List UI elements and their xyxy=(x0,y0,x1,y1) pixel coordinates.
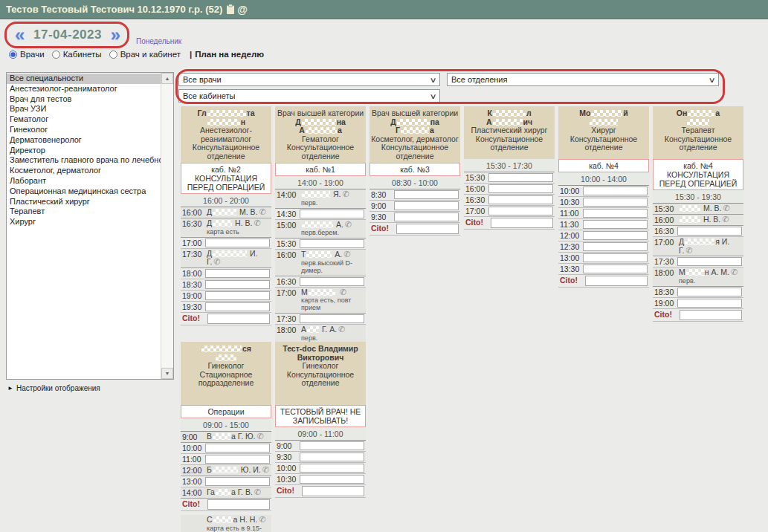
empty-slot[interactable] xyxy=(583,253,648,262)
empty-slot[interactable] xyxy=(394,213,459,221)
schedule-slot: 12:00 xyxy=(558,230,649,241)
appointment[interactable]: Дя И. Г.✆ xyxy=(677,237,743,256)
empty-slot[interactable] xyxy=(205,239,270,247)
empty-slot[interactable] xyxy=(488,207,553,215)
empty-slot[interactable] xyxy=(583,242,648,251)
slot-time: 17:30 xyxy=(181,249,205,259)
empty-slot[interactable] xyxy=(583,198,648,207)
specialty-item[interactable]: Косметолог, дерматолог xyxy=(7,166,161,176)
empty-slot[interactable] xyxy=(300,464,364,473)
empty-slot[interactable] xyxy=(396,224,459,234)
empty-slot[interactable] xyxy=(394,190,459,199)
specialty-item[interactable]: Заместитель главного врача по лечебной р… xyxy=(7,155,161,166)
departments-select[interactable]: Все отделения ∨ xyxy=(447,73,719,86)
appointment[interactable]: Гаа Г. В.✆ xyxy=(205,487,271,498)
specialty-item[interactable]: Терапевт xyxy=(7,207,161,217)
empty-slot[interactable] xyxy=(583,265,648,273)
clipboard-icon[interactable] xyxy=(226,4,235,15)
empty-slot[interactable] xyxy=(300,239,364,248)
specialty-item[interactable]: Хирург xyxy=(7,217,161,227)
empty-slot[interactable] xyxy=(300,314,364,323)
specialty-item[interactable]: Врач для тестов xyxy=(7,94,161,105)
room-label-line: КОНСУЛЬТАЦИЯ ПЕРЕД ОПЕРАЦИЕЙ xyxy=(182,174,270,192)
empty-slot[interactable] xyxy=(300,210,364,218)
empty-slot[interactable] xyxy=(583,209,648,218)
prev-day-button[interactable]: « xyxy=(15,27,25,42)
empty-slot[interactable] xyxy=(205,444,270,452)
empty-slot[interactable] xyxy=(205,302,270,311)
specialty-item[interactable]: Директор xyxy=(7,146,161,156)
appointment[interactable]: Н. В.✆ xyxy=(677,215,743,225)
empty-slot[interactable] xyxy=(300,277,364,286)
empty-slot[interactable] xyxy=(677,288,742,296)
empty-slot[interactable] xyxy=(680,310,742,320)
empty-slot[interactable] xyxy=(585,276,648,286)
working-hours: 09:00 - 15:00 xyxy=(181,418,271,432)
empty-slot[interactable] xyxy=(583,220,648,229)
week-plan-link[interactable]: План на неделю xyxy=(195,50,264,59)
empty-slot[interactable] xyxy=(300,475,364,484)
specialty-item[interactable]: Дерматовенеролог xyxy=(7,135,161,146)
appointment[interactable]: А.✆перв.берем. xyxy=(300,220,366,239)
rooms-select[interactable]: Все кабинеты ∨ xyxy=(178,89,440,103)
specialty-item[interactable]: Пластический хирург xyxy=(7,197,161,207)
redacted-text xyxy=(493,110,526,117)
specialty-item[interactable]: Лаборант xyxy=(7,176,161,186)
empty-slot[interactable] xyxy=(205,269,270,278)
specialty-item[interactable]: Анестезиолог-реаниматолог xyxy=(7,84,161,94)
empty-slot[interactable] xyxy=(677,227,742,236)
appointment[interactable]: Са Н. Н.✆карта есть в 9.15-9.30перевязка xyxy=(205,515,271,532)
appointment[interactable]: Д Н. В.✆карта есть xyxy=(205,218,271,237)
next-day-button[interactable]: » xyxy=(111,27,120,42)
empty-slot[interactable] xyxy=(207,314,270,324)
empty-slot[interactable] xyxy=(302,486,364,496)
view-mode-radio[interactable] xyxy=(52,51,60,59)
patient-name: Гаа Г. В. xyxy=(207,487,253,496)
empty-slot[interactable] xyxy=(205,280,270,289)
specialty-item[interactable]: Операционная медицинская сестра xyxy=(7,186,161,197)
appointment[interactable]: Т А.✆перв.высокий D-димер. xyxy=(300,250,366,276)
empty-slot[interactable] xyxy=(205,291,270,300)
appointment[interactable]: Ва Г. Ю.✆ xyxy=(205,432,271,442)
phone-icon: ✆ xyxy=(259,515,265,524)
empty-slot[interactable] xyxy=(677,257,742,266)
specialty-item[interactable]: Гематолог xyxy=(7,114,161,125)
appointment[interactable]: Мн А. М.✆перв. xyxy=(677,267,743,286)
empty-slot[interactable] xyxy=(207,499,270,510)
empty-slot[interactable] xyxy=(583,231,648,240)
doctors-select[interactable]: Все врачи ∨ xyxy=(178,73,440,86)
empty-slot[interactable] xyxy=(300,441,364,450)
slot-time: 16:00 xyxy=(464,184,488,193)
empty-slot[interactable] xyxy=(394,201,459,210)
scroll-up-icon[interactable]: ▲ xyxy=(161,73,173,84)
appointment[interactable]: Б Ю. И.✆ xyxy=(205,465,271,476)
email-icon[interactable]: @ xyxy=(237,4,248,16)
specialty-item[interactable]: Гинеколог xyxy=(7,125,161,135)
empty-slot[interactable] xyxy=(491,218,553,228)
view-mode-option[interactable]: Кабинеты xyxy=(52,50,102,59)
appointment[interactable]: Я.✆перв. xyxy=(300,189,366,208)
empty-slot[interactable] xyxy=(677,299,742,308)
empty-slot[interactable] xyxy=(205,455,270,464)
appointment[interactable]: Д И. Г.✆ xyxy=(205,249,271,267)
empty-slot[interactable] xyxy=(488,184,553,193)
specialty-item[interactable]: Врач УЗИ xyxy=(7,104,161,114)
appointment[interactable]: М. В.✆ xyxy=(677,204,743,214)
view-mode-option[interactable]: Врач и кабинет xyxy=(109,50,181,59)
appointment[interactable]: А Г. А.✆перв. xyxy=(300,325,366,343)
specialty-item[interactable]: Все специальности xyxy=(7,74,161,84)
weekday-link[interactable]: Понедельник xyxy=(136,37,181,45)
scroll-down-icon[interactable]: ▼ xyxy=(161,368,173,379)
display-settings-toggle[interactable]: ► Настройки отображения xyxy=(7,384,100,392)
empty-slot[interactable] xyxy=(488,173,553,182)
empty-slot[interactable] xyxy=(205,477,270,486)
view-mode-option[interactable]: Врачи xyxy=(9,50,45,59)
empty-slot[interactable] xyxy=(488,195,553,204)
appointment[interactable]: Д М. В.✆ xyxy=(205,207,271,218)
appointment[interactable]: М ✆карта есть, повт прием xyxy=(300,288,366,314)
empty-slot[interactable] xyxy=(583,186,648,195)
view-mode-radio[interactable] xyxy=(9,51,17,59)
view-mode-radio[interactable] xyxy=(109,51,117,59)
list-scrollbar[interactable]: ▲ ▼ xyxy=(161,73,173,379)
empty-slot[interactable] xyxy=(300,452,364,461)
